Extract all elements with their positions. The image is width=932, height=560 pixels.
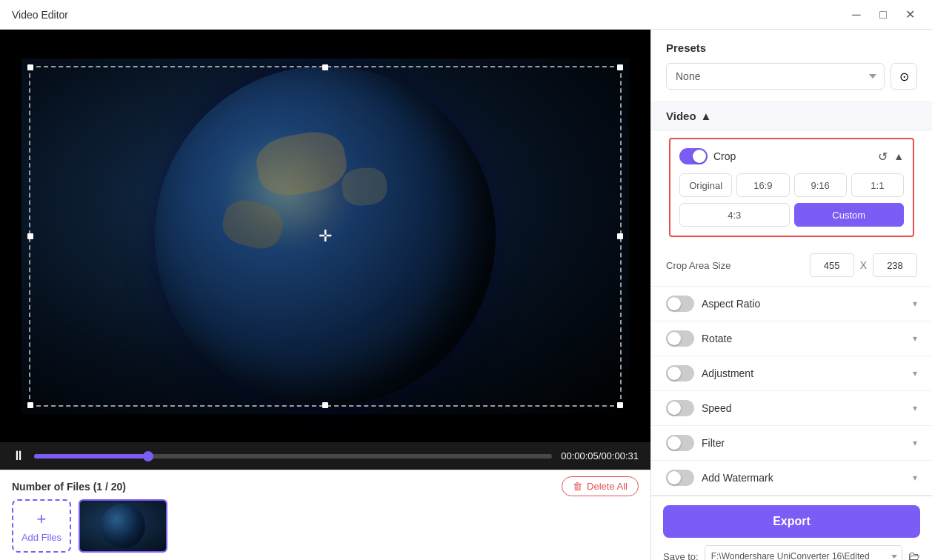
video-label-text: Video	[666, 110, 696, 122]
ratio-4-3[interactable]: 4:3	[679, 203, 790, 227]
video-earth: ✛	[21, 59, 629, 414]
presets-header: Presets	[666, 41, 917, 54]
bottom-area: Number of Files (1 / 20) 🗑 Delete All + …	[0, 470, 650, 560]
ratio-1-1[interactable]: 1:1	[851, 173, 904, 197]
right-panel: Presets None ⊙ Video ▲	[650, 30, 932, 560]
video-expand-icon: ▲	[701, 110, 712, 122]
video-canvas: ✛	[0, 30, 650, 442]
crop-area-label: Crop Area Size	[666, 260, 804, 271]
main-content: ✛ ⏸ 00:00:05/00:00:31 Number of Files (1…	[0, 30, 932, 560]
crop-toggle-row: Crop ↺ ▲	[679, 148, 904, 164]
speed-label: Speed	[702, 402, 731, 414]
add-files-label: Add Files	[21, 532, 61, 543]
watermark-toggle[interactable]	[666, 470, 694, 486]
maximize-button[interactable]: □	[873, 4, 893, 25]
chevron-down-icon-2: ▾	[913, 333, 917, 344]
aspect-ratio-label: Aspect Ratio	[702, 298, 760, 310]
progress-fill	[34, 454, 148, 459]
trash-icon: 🗑	[573, 481, 582, 492]
x-separator: X	[860, 259, 867, 271]
files-top-row: Number of Files (1 / 20) 🗑 Delete All	[0, 470, 650, 499]
play-pause-button[interactable]: ⏸	[12, 448, 25, 464]
crop-toggle-label: Crop	[679, 148, 736, 164]
chevron-down-icon-1: ▾	[913, 299, 917, 309]
folder-button[interactable]: 🗁	[908, 550, 920, 560]
file-thumb-inner	[80, 501, 166, 551]
ratio-grid-2: 4:3 Custom	[679, 203, 904, 227]
watermark-label: Add Watermark	[702, 472, 773, 484]
ratio-original[interactable]: Original	[679, 173, 732, 197]
adjustment-toggle[interactable]	[666, 365, 694, 381]
aspect-ratio-item[interactable]: Aspect Ratio ▾	[651, 287, 932, 321]
presets-section: Presets None ⊙	[651, 30, 932, 102]
delete-all-label: Delete All	[587, 481, 628, 492]
filter-toggle[interactable]	[666, 435, 694, 451]
reset-crop-button[interactable]: ↺	[878, 150, 888, 164]
progress-track	[34, 454, 552, 459]
file-thumb-earth	[101, 504, 145, 548]
filter-label: Filter	[702, 437, 725, 449]
chevron-down-icon-3: ▾	[913, 368, 917, 379]
delete-all-button[interactable]: 🗑 Delete All	[562, 476, 639, 496]
crop-width-input[interactable]	[810, 253, 854, 277]
toggle-off-thumb-5	[668, 436, 681, 450]
file-thumbnail-1[interactable]	[79, 499, 167, 553]
save-to-label: Save to:	[663, 551, 699, 561]
adjustment-label: Adjustment	[702, 367, 753, 379]
save-row: Save to: F:\Wondershare UniConverter 16\…	[663, 545, 920, 560]
ratio-custom[interactable]: Custom	[794, 203, 905, 227]
presets-select[interactable]: None	[666, 63, 885, 90]
video-section-header: Video ▲	[651, 102, 932, 130]
crop-actions: ↺ ▲	[878, 150, 904, 164]
video-label: Video ▲	[666, 110, 711, 122]
crop-label: Crop	[713, 150, 736, 162]
collapse-crop-button[interactable]: ▲	[893, 150, 904, 164]
rotate-toggle[interactable]	[666, 330, 694, 347]
crop-toggle[interactable]	[679, 148, 708, 164]
toggle-thumb	[693, 150, 706, 163]
preset-emoji-button[interactable]: ⊙	[891, 63, 917, 90]
video-controls: ⏸ 00:00:05/00:00:31	[0, 442, 650, 470]
toggle-off-thumb-4	[668, 401, 681, 415]
add-icon: +	[37, 510, 47, 529]
ratio-9-16[interactable]: 9:16	[794, 173, 847, 197]
speed-toggle[interactable]	[666, 400, 694, 416]
add-files-button[interactable]: + Add Files	[12, 499, 71, 553]
aspect-ratio-toggle[interactable]	[666, 296, 694, 312]
export-section: Export Save to: F:\Wondershare UniConver…	[651, 496, 932, 560]
chevron-down-icon-4: ▾	[913, 403, 917, 413]
toggle-off-thumb-2	[668, 332, 681, 345]
ratio-grid-1: Original 16:9 9:16 1:1	[679, 173, 904, 197]
crop-section-wrapper: Crop ↺ ▲ Original 16:9 9:16 1:1 4:3	[651, 130, 932, 244]
toggle-off-thumb-3	[668, 367, 681, 380]
progress-bar-container[interactable]	[34, 454, 552, 459]
title-controls: ─ □ ✕	[846, 4, 920, 25]
toggle-off-thumb-1	[668, 297, 681, 310]
rotate-item[interactable]: Rotate ▾	[651, 321, 932, 356]
save-path-select[interactable]: F:\Wondershare UniConverter 16\Edited	[705, 545, 902, 560]
toggle-off-thumb-6	[668, 471, 681, 484]
app-title: Video Editor	[12, 9, 68, 21]
files-title: Number of Files (1 / 20)	[12, 481, 126, 493]
title-bar: Video Editor ─ □ ✕	[0, 0, 932, 30]
presets-row: None ⊙	[666, 63, 917, 90]
speed-item[interactable]: Speed ▾	[651, 391, 932, 426]
filter-item[interactable]: Filter ▾	[651, 426, 932, 461]
close-button[interactable]: ✕	[899, 4, 920, 25]
minimize-button[interactable]: ─	[846, 4, 867, 25]
export-button[interactable]: Export	[663, 505, 920, 538]
title-bar-left: Video Editor	[12, 9, 68, 21]
files-row: + Add Files	[0, 499, 650, 560]
adjustment-item[interactable]: Adjustment ▾	[651, 356, 932, 391]
continent-3	[341, 166, 388, 207]
ratio-16-9[interactable]: 16:9	[736, 173, 789, 197]
progress-thumb[interactable]	[143, 451, 153, 461]
chevron-down-icon-6: ▾	[913, 473, 917, 483]
rotate-label: Rotate	[702, 333, 732, 344]
crop-height-input[interactable]	[873, 253, 917, 277]
crop-area-row: Crop Area Size X	[651, 244, 932, 287]
earth-sphere	[155, 66, 496, 407]
watermark-item[interactable]: Add Watermark ▾	[651, 461, 932, 496]
chevron-down-icon-5: ▾	[913, 438, 917, 448]
crop-box: Crop ↺ ▲ Original 16:9 9:16 1:1 4:3	[669, 138, 914, 237]
